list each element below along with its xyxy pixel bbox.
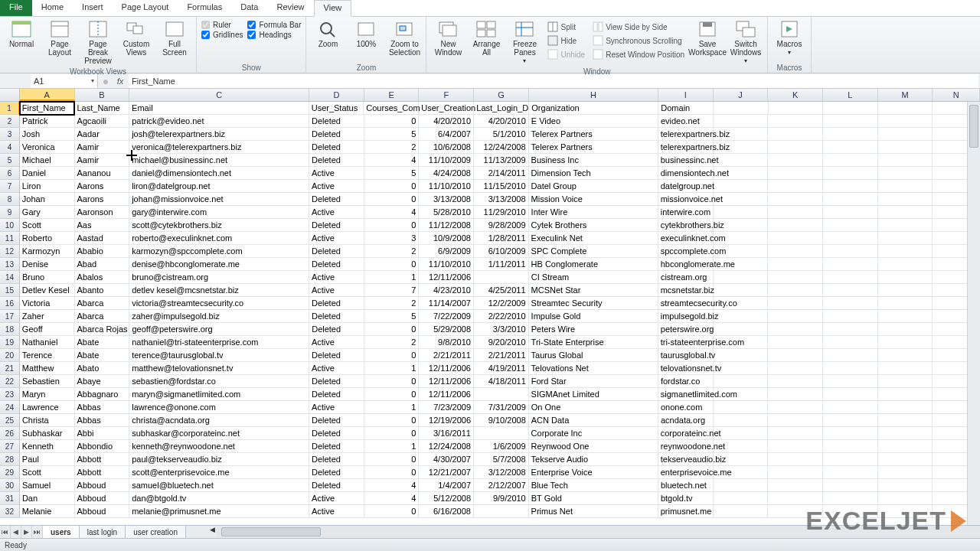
sheet-nav-prev[interactable]: ◀: [11, 526, 21, 538]
cell[interactable]: 0: [364, 180, 420, 193]
cell[interactable]: daniel@dimensiontech.net: [129, 167, 309, 180]
cell[interactable]: Gary: [20, 206, 75, 219]
cell[interactable]: 11/10/2010: [419, 258, 474, 271]
cell[interactable]: 9/10/2008: [474, 414, 529, 427]
cell[interactable]: 4/20/2010: [474, 115, 529, 128]
cell[interactable]: [878, 258, 933, 271]
row-header[interactable]: 11: [0, 232, 20, 245]
headings-checkbox[interactable]: Headings: [247, 31, 301, 39]
cell[interactable]: [823, 375, 878, 388]
cell[interactable]: [878, 466, 933, 479]
zoom-to-selection-button[interactable]: Zoom to Selection: [386, 18, 423, 58]
row-header[interactable]: 26: [0, 427, 20, 440]
cell[interactable]: Impulse Gold: [529, 310, 658, 323]
cell[interactable]: telerexpartners.biz: [658, 128, 714, 141]
row-header[interactable]: 15: [0, 284, 20, 297]
cell[interactable]: [823, 180, 878, 193]
row-header[interactable]: 7: [0, 180, 20, 193]
cell[interactable]: 2/22/2010: [474, 310, 529, 323]
cell[interactable]: Deleted: [309, 323, 364, 336]
cell[interactable]: 5/1/2010: [474, 128, 529, 141]
row-header[interactable]: 21: [0, 362, 20, 375]
cell[interactable]: [823, 310, 878, 323]
cell[interactable]: Abbi: [75, 427, 130, 440]
cell[interactable]: [878, 310, 933, 323]
cell[interactable]: Organization: [529, 102, 658, 115]
cell[interactable]: telovationsnet.tv: [658, 362, 714, 375]
cell[interactable]: 1: [364, 362, 420, 375]
cell[interactable]: SPC Complete: [529, 245, 658, 258]
cell[interactable]: [878, 414, 933, 427]
cell[interactable]: interwire.com: [658, 206, 714, 219]
cell[interactable]: [878, 479, 933, 492]
cell[interactable]: [878, 336, 933, 349]
cell[interactable]: 0: [364, 115, 420, 128]
cell[interactable]: Aadar: [75, 128, 130, 141]
cell[interactable]: 12/24/2008: [419, 440, 474, 453]
cell[interactable]: [823, 427, 878, 440]
cell[interactable]: matthew@telovationsnet.tv: [129, 362, 309, 375]
cell[interactable]: evideo.net: [658, 115, 714, 128]
cell[interactable]: [768, 141, 823, 154]
gridlines-checkbox[interactable]: Gridlines: [201, 31, 243, 39]
row-header[interactable]: 28: [0, 453, 20, 466]
cell[interactable]: [474, 271, 529, 284]
cell[interactable]: [714, 245, 769, 258]
cell[interactable]: 12/24/2008: [474, 141, 529, 154]
cell[interactable]: 12/21/2007: [419, 466, 474, 479]
cell[interactable]: onone.com: [658, 401, 714, 414]
cell[interactable]: lawrence@onone.com: [129, 401, 309, 414]
name-box[interactable]: A1▾: [31, 74, 98, 88]
tab-home[interactable]: Home: [32, 0, 73, 16]
cell[interactable]: roberto@execulinknet.com: [129, 232, 309, 245]
cell[interactable]: Michael: [20, 154, 75, 167]
cell[interactable]: [878, 453, 933, 466]
cell[interactable]: Lawrence: [20, 401, 75, 414]
cell[interactable]: [878, 167, 933, 180]
cell[interactable]: 5/12/2008: [419, 492, 474, 505]
cell[interactable]: Deleted: [309, 193, 364, 206]
cell[interactable]: Veronica: [20, 141, 75, 154]
cell[interactable]: 7/23/2009: [419, 401, 474, 414]
cell[interactable]: 0: [364, 258, 420, 271]
cell[interactable]: Aastad: [75, 232, 130, 245]
sync-scrolling-button[interactable]: Synchronous Scrolling: [591, 34, 686, 47]
cell[interactable]: Abad: [75, 258, 130, 271]
cell[interactable]: [768, 128, 823, 141]
cell[interactable]: 9/20/2010: [474, 336, 529, 349]
cell[interactable]: Christa: [20, 414, 75, 427]
cell[interactable]: karmozyn@spccomplete.com: [129, 245, 309, 258]
cell[interactable]: Abato: [75, 362, 130, 375]
cell[interactable]: [768, 180, 823, 193]
cell[interactable]: [823, 258, 878, 271]
cell[interactable]: melanie@primusnet.me: [129, 505, 309, 518]
cell[interactable]: Deleted: [309, 297, 364, 310]
cell[interactable]: detlev kesel@mcsnetstar.biz: [129, 284, 309, 297]
cell[interactable]: Telerex Partners: [529, 128, 658, 141]
cell[interactable]: [878, 492, 933, 505]
cell[interactable]: cistream.org: [658, 271, 714, 284]
cell[interactable]: [768, 258, 823, 271]
cell[interactable]: 9/8/2010: [419, 336, 474, 349]
cell[interactable]: kenneth@reynwoodone.net: [129, 440, 309, 453]
row-header[interactable]: 10: [0, 219, 20, 232]
cell[interactable]: [714, 154, 769, 167]
row-header[interactable]: 5: [0, 154, 20, 167]
cell[interactable]: Streamtec Security: [529, 297, 658, 310]
cell[interactable]: SIGMAnet Limited: [529, 388, 658, 401]
cell[interactable]: 0: [364, 349, 420, 362]
cell[interactable]: [714, 388, 769, 401]
cell[interactable]: 7: [364, 284, 420, 297]
cell[interactable]: Peters Wire: [529, 323, 658, 336]
cell[interactable]: 2/21/2011: [474, 349, 529, 362]
cell[interactable]: Active: [309, 336, 364, 349]
cell[interactable]: 12/11/2006: [419, 362, 474, 375]
cell[interactable]: Abbott: [75, 453, 130, 466]
cell[interactable]: 1/4/2007: [419, 479, 474, 492]
row-header[interactable]: 2: [0, 115, 20, 128]
cell[interactable]: [714, 219, 769, 232]
cell[interactable]: 11/10/2010: [419, 180, 474, 193]
cell[interactable]: taurusglobal.tv: [658, 349, 714, 362]
row-header[interactable]: 4: [0, 141, 20, 154]
row-header[interactable]: 25: [0, 414, 20, 427]
